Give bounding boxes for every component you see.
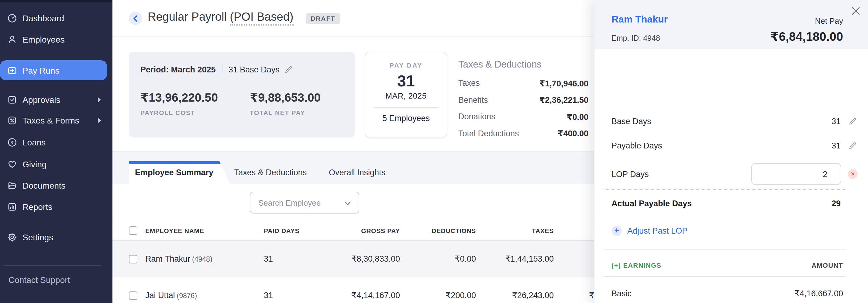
employee-detail-panel: Ram Thakur Net Pay Emp. ID: 4948 ₹6,84,1… xyxy=(594,0,868,303)
paid-days-cell: 31 xyxy=(264,277,273,303)
select-all-checkbox[interactable] xyxy=(129,226,137,235)
taxes-row: Taxes ₹1,70,946.00 xyxy=(458,75,588,91)
pay-runs-icon xyxy=(7,65,17,75)
base-days-label: 31 Base Days xyxy=(228,65,280,74)
panel-header: Ram Thakur Net Pay Emp. ID: 4948 ₹6,84,1… xyxy=(594,0,868,49)
search-input[interactable] xyxy=(258,192,343,213)
sidebar-item-label: Pay Runs xyxy=(23,65,59,75)
base-days-row: Base Days 31 xyxy=(612,113,868,130)
employee-search-select[interactable] xyxy=(250,192,359,214)
tab-overall-insights[interactable]: Overall Insights xyxy=(328,161,386,184)
sidebar-item-label: Dashboard xyxy=(23,13,64,23)
svg-text:₹: ₹ xyxy=(11,140,14,145)
reports-icon xyxy=(7,202,17,212)
total-net-pay-value: ₹9,88,653.00 xyxy=(250,91,321,105)
sidebar-item-employees[interactable]: Employees xyxy=(0,29,113,50)
payroll-cost-label: PAYROLL COST xyxy=(141,109,218,116)
sidebar-item-label: Taxes & Forms xyxy=(23,116,79,125)
close-icon[interactable] xyxy=(851,7,861,17)
divider xyxy=(603,276,846,277)
sidebar-item-taxes-forms[interactable]: Taxes & Forms xyxy=(0,110,113,131)
settings-icon xyxy=(7,232,17,242)
earning-row-basic: Basic ₹4,16,667.00 xyxy=(612,285,868,302)
adjust-past-lop-button[interactable]: + Adjust Past LOP xyxy=(612,224,687,237)
sidebar-item-label: Employees xyxy=(23,35,65,45)
sidebar-item-giving[interactable]: Giving xyxy=(0,154,113,175)
total-net-pay-label: TOTAL NET PAY xyxy=(250,109,321,116)
paid-days-cell: 31 xyxy=(264,241,273,277)
tab-taxes-deductions[interactable]: Taxes & Deductions xyxy=(234,161,307,184)
total-deductions-row: Total Deductions ₹400.00 xyxy=(458,125,588,142)
panel-body: Base Days 31 Payable Days 31 LOP Days ✕ xyxy=(594,49,868,303)
employee-id: (4948) xyxy=(192,255,212,263)
payable-days-row: Payable Days 31 xyxy=(612,137,868,154)
edit-base-days-icon[interactable] xyxy=(284,65,292,73)
gross-pay-cell: ₹8,30,833.00 xyxy=(325,241,400,277)
sidebar-item-label: Approvals xyxy=(23,95,60,105)
gross-pay-cell: ₹4,14,167.00 xyxy=(325,277,400,303)
employee-name[interactable]: Ram Thakur xyxy=(145,254,190,264)
sidebar-item-reports[interactable]: Reports xyxy=(0,196,113,217)
employee-id: (9876) xyxy=(177,292,197,299)
divider xyxy=(374,107,438,108)
lop-days-row: LOP Days ✕ xyxy=(612,163,868,185)
sidebar-item-loans[interactable]: ₹ Loans xyxy=(0,132,113,153)
net-pay-label: Net Pay xyxy=(815,17,843,26)
remove-lop-icon[interactable]: ✕ xyxy=(848,169,858,179)
amount-column-label: AMOUNT xyxy=(811,258,843,272)
sidebar-item-approvals[interactable]: Approvals xyxy=(0,89,113,110)
period-card: Period: March 2025 31 Base Days ₹13,96,2… xyxy=(129,52,355,138)
row-checkbox[interactable] xyxy=(129,255,137,264)
sidebar-item-pay-runs[interactable]: Pay Runs xyxy=(0,60,107,80)
sidebar-item-documents[interactable]: Documents xyxy=(0,175,113,196)
sidebar-divider xyxy=(4,265,101,266)
sidebar-item-label: Settings xyxy=(23,232,53,242)
payday-card: PAY DAY 31 MAR, 2025 5 Employees xyxy=(365,52,447,138)
clipped-net-pay-cell: ₹ xyxy=(589,277,594,303)
net-pay-value: ₹6,84,180.00 xyxy=(770,29,843,44)
column-header-paid-days: PAID DAYS xyxy=(264,220,299,242)
plus-icon: + xyxy=(612,225,622,236)
edit-base-days-icon[interactable] xyxy=(848,117,857,125)
sidebar-item-label: Giving xyxy=(23,159,46,169)
taxes-cell: ₹1,44,153.00 xyxy=(501,241,554,277)
taxes-cell: ₹26,243.00 xyxy=(501,277,554,303)
panel-employee-name-link[interactable]: Ram Thakur xyxy=(612,14,668,25)
giving-icon xyxy=(7,159,17,169)
dotted-divider xyxy=(603,189,846,190)
deductions-cell: ₹200.00 xyxy=(416,277,476,303)
sidebar-item-dashboard[interactable]: Dashboard xyxy=(0,8,113,29)
taxes-forms-icon xyxy=(7,116,17,125)
sidebar-item-settings[interactable]: Settings xyxy=(0,227,113,248)
contact-support-link[interactable]: Contact Support xyxy=(8,275,70,285)
column-header-deductions: DEDUCTIONS xyxy=(416,220,476,242)
tab-employee-summary[interactable]: Employee Summary xyxy=(129,161,230,184)
row-checkbox[interactable] xyxy=(129,292,137,300)
loans-icon: ₹ xyxy=(7,138,17,147)
deductions-cell: ₹0.00 xyxy=(416,241,476,277)
back-button[interactable] xyxy=(129,11,142,25)
payday-day: 31 xyxy=(365,73,447,89)
chevron-right-icon xyxy=(97,117,101,123)
employee-name[interactable]: Jai Uttal xyxy=(145,291,175,300)
dashboard-icon xyxy=(7,13,17,23)
sidebar: Dashboard Employees Pay Runs Approvals xyxy=(0,0,113,303)
column-header-taxes: TAXES xyxy=(501,220,554,242)
employee-count: 5 Employees xyxy=(365,114,447,123)
chevron-down-icon xyxy=(345,201,351,205)
documents-icon xyxy=(7,181,17,190)
sidebar-item-label: Reports xyxy=(23,202,52,212)
approvals-icon xyxy=(7,95,17,105)
sidebar-top-strip xyxy=(0,0,113,2)
payday-label: PAY DAY xyxy=(365,61,447,69)
earnings-title: (+) EARNINGS xyxy=(612,261,661,269)
lop-days-input[interactable] xyxy=(751,163,841,185)
edit-payable-days-icon[interactable] xyxy=(848,141,857,149)
employees-icon xyxy=(7,35,17,45)
divider xyxy=(222,64,222,74)
taxes-deductions-title: Taxes & Deductions xyxy=(458,59,588,70)
payroll-cost-value: ₹13,96,220.50 xyxy=(141,91,218,105)
page-title-suffix: (POI Based) xyxy=(230,10,293,26)
chevron-right-icon xyxy=(97,97,101,103)
sidebar-item-label: Documents xyxy=(23,181,66,190)
